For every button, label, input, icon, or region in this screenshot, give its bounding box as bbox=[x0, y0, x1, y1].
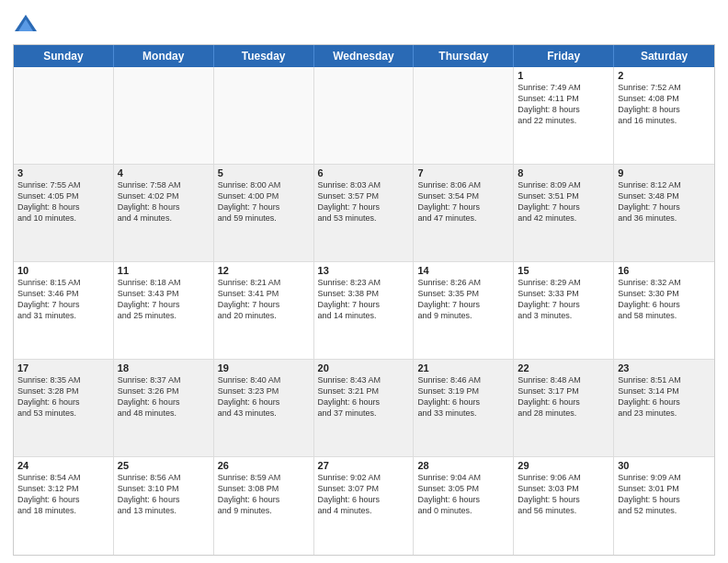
day-number: 4 bbox=[118, 167, 210, 178]
cell-detail: Sunrise: 9:04 AM Sunset: 3:05 PM Dayligh… bbox=[417, 472, 509, 517]
cell-detail: Sunrise: 9:09 AM Sunset: 3:01 PM Dayligh… bbox=[618, 472, 711, 517]
day-number: 15 bbox=[518, 265, 609, 276]
day-number: 10 bbox=[17, 265, 109, 276]
header-day-sunday: Sunday bbox=[14, 45, 114, 67]
cell-detail: Sunrise: 8:00 AM Sunset: 4:00 PM Dayligh… bbox=[218, 179, 310, 224]
day-number: 6 bbox=[318, 167, 410, 178]
cell-detail: Sunrise: 8:03 AM Sunset: 3:57 PM Dayligh… bbox=[318, 179, 410, 224]
day-number: 25 bbox=[118, 460, 210, 471]
table-row: 5Sunrise: 8:00 AM Sunset: 4:00 PM Daylig… bbox=[214, 165, 314, 261]
table-row: 21Sunrise: 8:46 AM Sunset: 3:19 PM Dayli… bbox=[414, 360, 514, 456]
cell-detail: Sunrise: 8:48 AM Sunset: 3:17 PM Dayligh… bbox=[518, 374, 609, 419]
cell-detail: Sunrise: 8:59 AM Sunset: 3:08 PM Dayligh… bbox=[218, 472, 310, 517]
header-day-thursday: Thursday bbox=[414, 45, 514, 67]
calendar-body: 1Sunrise: 7:49 AM Sunset: 4:11 PM Daylig… bbox=[14, 67, 714, 555]
table-row: 1Sunrise: 7:49 AM Sunset: 4:11 PM Daylig… bbox=[514, 67, 614, 164]
cell-detail: Sunrise: 8:29 AM Sunset: 3:33 PM Dayligh… bbox=[518, 277, 609, 322]
table-row bbox=[414, 67, 514, 164]
table-row: 29Sunrise: 9:06 AM Sunset: 3:03 PM Dayli… bbox=[514, 457, 614, 555]
table-row: 10Sunrise: 8:15 AM Sunset: 3:46 PM Dayli… bbox=[14, 262, 114, 359]
cell-detail: Sunrise: 7:52 AM Sunset: 4:08 PM Dayligh… bbox=[618, 82, 711, 127]
day-number: 22 bbox=[518, 362, 609, 373]
header-day-saturday: Saturday bbox=[614, 45, 714, 67]
day-number: 3 bbox=[17, 167, 109, 178]
calendar-week-2: 3Sunrise: 7:55 AM Sunset: 4:05 PM Daylig… bbox=[14, 165, 714, 262]
cell-detail: Sunrise: 8:32 AM Sunset: 3:30 PM Dayligh… bbox=[618, 277, 711, 322]
table-row: 14Sunrise: 8:26 AM Sunset: 3:35 PM Dayli… bbox=[414, 262, 514, 359]
day-number: 17 bbox=[17, 362, 109, 373]
table-row bbox=[214, 67, 314, 164]
day-number: 29 bbox=[518, 460, 609, 471]
cell-detail: Sunrise: 8:46 AM Sunset: 3:19 PM Dayligh… bbox=[417, 374, 509, 419]
day-number: 30 bbox=[618, 460, 711, 471]
cell-detail: Sunrise: 8:06 AM Sunset: 3:54 PM Dayligh… bbox=[417, 179, 509, 224]
table-row: 28Sunrise: 9:04 AM Sunset: 3:05 PM Dayli… bbox=[414, 457, 514, 555]
table-row: 6Sunrise: 8:03 AM Sunset: 3:57 PM Daylig… bbox=[314, 165, 415, 261]
day-number: 7 bbox=[417, 167, 509, 178]
logo-icon bbox=[13, 13, 39, 39]
calendar: SundayMondayTuesdayWednesdayThursdayFrid… bbox=[13, 44, 715, 556]
cell-detail: Sunrise: 8:26 AM Sunset: 3:35 PM Dayligh… bbox=[417, 277, 509, 322]
cell-detail: Sunrise: 8:40 AM Sunset: 3:23 PM Dayligh… bbox=[218, 374, 310, 419]
day-number: 16 bbox=[618, 265, 711, 276]
table-row: 3Sunrise: 7:55 AM Sunset: 4:05 PM Daylig… bbox=[14, 165, 114, 261]
table-row: 27Sunrise: 9:02 AM Sunset: 3:07 PM Dayli… bbox=[314, 457, 415, 555]
calendar-week-1: 1Sunrise: 7:49 AM Sunset: 4:11 PM Daylig… bbox=[14, 67, 714, 165]
cell-detail: Sunrise: 7:55 AM Sunset: 4:05 PM Dayligh… bbox=[17, 179, 109, 224]
day-number: 18 bbox=[118, 362, 210, 373]
day-number: 23 bbox=[618, 362, 711, 373]
table-row: 8Sunrise: 8:09 AM Sunset: 3:51 PM Daylig… bbox=[514, 165, 614, 261]
day-number: 14 bbox=[417, 265, 509, 276]
cell-detail: Sunrise: 8:35 AM Sunset: 3:28 PM Dayligh… bbox=[17, 374, 109, 419]
day-number: 12 bbox=[218, 265, 310, 276]
day-number: 28 bbox=[417, 460, 509, 471]
header bbox=[13, 9, 715, 39]
day-number: 8 bbox=[518, 167, 609, 178]
cell-detail: Sunrise: 8:18 AM Sunset: 3:43 PM Dayligh… bbox=[118, 277, 210, 322]
cell-detail: Sunrise: 8:23 AM Sunset: 3:38 PM Dayligh… bbox=[318, 277, 410, 322]
table-row: 13Sunrise: 8:23 AM Sunset: 3:38 PM Dayli… bbox=[314, 262, 415, 359]
table-row: 23Sunrise: 8:51 AM Sunset: 3:14 PM Dayli… bbox=[614, 360, 714, 456]
table-row: 15Sunrise: 8:29 AM Sunset: 3:33 PM Dayli… bbox=[514, 262, 614, 359]
cell-detail: Sunrise: 8:56 AM Sunset: 3:10 PM Dayligh… bbox=[118, 472, 210, 517]
table-row bbox=[14, 67, 114, 164]
day-number: 1 bbox=[518, 70, 609, 81]
header-day-wednesday: Wednesday bbox=[314, 45, 415, 67]
day-number: 5 bbox=[218, 167, 310, 178]
table-row: 22Sunrise: 8:48 AM Sunset: 3:17 PM Dayli… bbox=[514, 360, 614, 456]
day-number: 2 bbox=[618, 70, 711, 81]
table-row: 9Sunrise: 8:12 AM Sunset: 3:48 PM Daylig… bbox=[614, 165, 714, 261]
table-row bbox=[314, 67, 415, 164]
day-number: 19 bbox=[218, 362, 310, 373]
cell-detail: Sunrise: 9:02 AM Sunset: 3:07 PM Dayligh… bbox=[318, 472, 410, 517]
header-day-friday: Friday bbox=[514, 45, 614, 67]
table-row bbox=[114, 67, 214, 164]
cell-detail: Sunrise: 8:51 AM Sunset: 3:14 PM Dayligh… bbox=[618, 374, 711, 419]
day-number: 11 bbox=[118, 265, 210, 276]
table-row: 20Sunrise: 8:43 AM Sunset: 3:21 PM Dayli… bbox=[314, 360, 415, 456]
day-number: 9 bbox=[618, 167, 711, 178]
cell-detail: Sunrise: 8:54 AM Sunset: 3:12 PM Dayligh… bbox=[17, 472, 109, 517]
day-number: 27 bbox=[318, 460, 410, 471]
cell-detail: Sunrise: 8:37 AM Sunset: 3:26 PM Dayligh… bbox=[118, 374, 210, 419]
table-row: 17Sunrise: 8:35 AM Sunset: 3:28 PM Dayli… bbox=[14, 360, 114, 456]
table-row: 7Sunrise: 8:06 AM Sunset: 3:54 PM Daylig… bbox=[414, 165, 514, 261]
table-row: 26Sunrise: 8:59 AM Sunset: 3:08 PM Dayli… bbox=[214, 457, 314, 555]
page: SundayMondayTuesdayWednesdayThursdayFrid… bbox=[0, 0, 728, 563]
table-row: 18Sunrise: 8:37 AM Sunset: 3:26 PM Dayli… bbox=[114, 360, 214, 456]
day-number: 21 bbox=[417, 362, 509, 373]
day-number: 24 bbox=[17, 460, 109, 471]
day-number: 13 bbox=[318, 265, 410, 276]
header-day-monday: Monday bbox=[114, 45, 214, 67]
calendar-week-4: 17Sunrise: 8:35 AM Sunset: 3:28 PM Dayli… bbox=[14, 360, 714, 457]
table-row: 4Sunrise: 7:58 AM Sunset: 4:02 PM Daylig… bbox=[114, 165, 214, 261]
cell-detail: Sunrise: 7:58 AM Sunset: 4:02 PM Dayligh… bbox=[118, 179, 210, 224]
cell-detail: Sunrise: 8:43 AM Sunset: 3:21 PM Dayligh… bbox=[318, 374, 410, 419]
cell-detail: Sunrise: 9:06 AM Sunset: 3:03 PM Dayligh… bbox=[518, 472, 609, 517]
table-row: 11Sunrise: 8:18 AM Sunset: 3:43 PM Dayli… bbox=[114, 262, 214, 359]
cell-detail: Sunrise: 8:12 AM Sunset: 3:48 PM Dayligh… bbox=[618, 179, 711, 224]
day-number: 20 bbox=[318, 362, 410, 373]
table-row: 25Sunrise: 8:56 AM Sunset: 3:10 PM Dayli… bbox=[114, 457, 214, 555]
calendar-week-3: 10Sunrise: 8:15 AM Sunset: 3:46 PM Dayli… bbox=[14, 262, 714, 360]
table-row: 30Sunrise: 9:09 AM Sunset: 3:01 PM Dayli… bbox=[614, 457, 714, 555]
